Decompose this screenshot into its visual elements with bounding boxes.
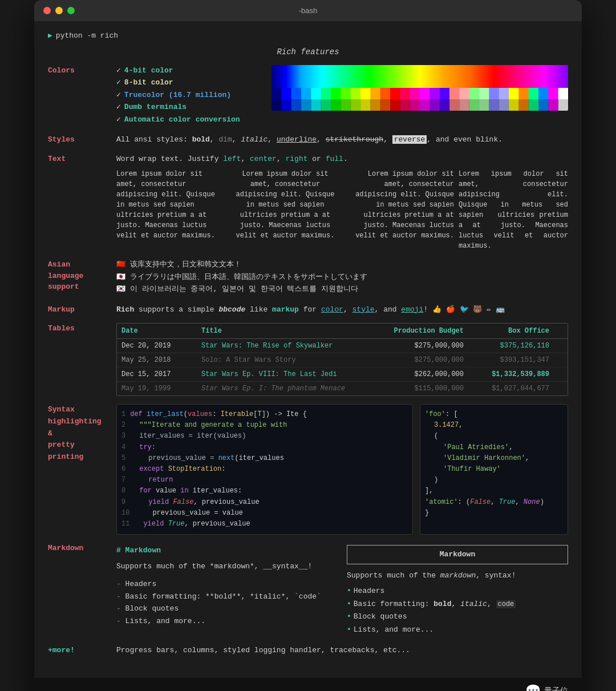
col-budget: Production Budget: [361, 326, 464, 336]
date-2: May 25, 2018: [121, 355, 201, 365]
close-button[interactable]: [43, 7, 51, 14]
full-keyword: full: [326, 155, 343, 163]
text-label: Text: [48, 153, 116, 252]
prompt-command: python -m rich: [56, 30, 118, 42]
more-section: +more! Progress bars, columns, styled lo…: [48, 645, 568, 656]
tables-content: Date Title Production Budget Box Office …: [116, 323, 568, 396]
markup-bbcode: bbcode: [218, 305, 245, 314]
table-row: Dec 20, 2019 Star Wars: The Rise of Skyw…: [117, 339, 568, 353]
json-line-1: 'foo': [: [425, 409, 563, 420]
strikethrough-demo: strikethrough: [326, 135, 383, 144]
code-line-5: 5previous_value = next(iter_values: [121, 453, 408, 464]
markup-content: Rich supports a simple bbcode like marku…: [116, 304, 568, 316]
color-item-4bit: ✓ 4-bit color: [116, 65, 262, 76]
markdown-right: Markdown Supports much of the markdown, …: [347, 545, 568, 637]
json-line-9: 'atomic': (False, True, None): [425, 497, 563, 508]
asian-line-3: 🇰🇷 이 라이브러리는 중국어, 일본어 및 한국어 텍스트를 지원합니다: [116, 284, 568, 295]
italic-demo: italic: [241, 135, 268, 144]
prompt-arrow: ▶: [48, 30, 52, 42]
dim-demo: dim: [218, 135, 232, 144]
code-line-3: 3iter_values = iter(values): [121, 431, 408, 442]
budget-4: $115,000,000: [361, 383, 464, 394]
col-title: Title: [201, 326, 361, 336]
terminal-window: -bash ▶ python -m rich Rich features Col…: [34, 0, 582, 691]
left-keyword: left: [223, 155, 241, 163]
maximize-button[interactable]: [67, 7, 75, 14]
markdown-content: # Markdown Supports much of the *markdow…: [116, 543, 568, 637]
markdown-label: Markdown: [48, 543, 116, 637]
title-1: Star Wars: The Rise of Skywalker: [201, 341, 361, 351]
md-list: - Headers - Basic formatting: **bold**, …: [116, 579, 338, 627]
md-item-1: - Headers: [116, 579, 338, 590]
json-line-3: (: [425, 431, 563, 442]
reverse-demo: reverse: [392, 135, 427, 144]
md-supports: Supports much of the *markdown*, __synta…: [116, 561, 338, 572]
code-line-8: 8for value in iter_values:: [121, 486, 408, 496]
json-line-5: 'Vladimir Harkonnen',: [425, 453, 563, 464]
table-row: May 25, 2018 Solo: A Star Wars Story $27…: [117, 353, 568, 367]
styles-text: All ansi styles: bold, dim, italic, unde…: [116, 135, 502, 144]
tables-label: Tables: [48, 323, 116, 396]
date-3: Dec 15, 2017: [121, 369, 201, 379]
asian-section: Asian language support 🇨🇳 该库支持中文，日文和韩文文本…: [48, 259, 568, 296]
rich-title: Rich features: [48, 46, 568, 58]
styles-content: All ansi styles: bold, dim, italic, unde…: [116, 134, 568, 146]
json-line-4: 'Paul Atriedies',: [425, 442, 563, 453]
md-rendered-title: Markdown: [347, 545, 568, 564]
box-2: $393,151,347: [464, 355, 549, 365]
color-item-truecolor: ✓ Truecolor (16.7 million): [116, 90, 262, 101]
color-item-8bit: ✓ 8-bit color: [116, 77, 262, 88]
window-title: -bash: [299, 6, 318, 15]
asian-line-1: 🇨🇳 该库支持中文，日文和韩文文本！: [116, 259, 568, 270]
code-block: 1def iter_last(values: Iterable[T]) -> I…: [116, 404, 413, 535]
color-8bit-label: 8-bit color: [124, 77, 173, 88]
code-line-1: 1def iter_last(values: Iterable[T]) -> I…: [121, 409, 408, 420]
colors-content: ✓ 4-bit color ✓ 8-bit color ✓ Truecolor …: [116, 65, 568, 127]
md-rendered-supports: Supports much of the markdown, syntax!: [347, 570, 568, 581]
code-section: 1def iter_last(values: Iterable[T]) -> I…: [116, 404, 568, 535]
wechat-icon: 💬: [525, 684, 541, 691]
minimize-button[interactable]: [55, 7, 63, 14]
wechat-name: 量子位: [544, 686, 568, 691]
budget-2: $275,000,000: [361, 355, 464, 365]
markdown-section: Markdown # Markdown Supports much of the…: [48, 543, 568, 637]
more-label: +more!: [48, 645, 116, 656]
text-content: Word wrap text. Justify left, center, ri…: [116, 153, 568, 252]
colors-list: ✓ 4-bit color ✓ 8-bit color ✓ Truecolor …: [116, 65, 262, 127]
md-item-4: - Lists, and more...: [116, 616, 338, 627]
md-rendered-list: •Headers •Basic formatting: bold, italic…: [347, 585, 568, 635]
col-boxoffice: Box Office: [464, 326, 549, 336]
markdown-left: # Markdown Supports much of the *markdow…: [116, 545, 338, 637]
code-line-10: 10previous_value = value: [121, 508, 408, 519]
asian-label: Asian language support: [48, 259, 116, 296]
box-4: $1,027,044,677: [464, 383, 549, 394]
md-heading: # Markdown: [116, 545, 338, 556]
col-date: Date: [121, 326, 201, 336]
date-4: May 19, 1999: [121, 383, 201, 394]
markup-section: Markup Rich supports a simple bbcode lik…: [48, 304, 568, 316]
syntax-label: Syntax highlighting & pretty printing: [48, 404, 116, 535]
title-3: Star Wars Ep. VIII: The Last Jedi: [201, 369, 361, 379]
color-gradient-canvas: [271, 65, 568, 111]
bold-demo: bold: [192, 135, 210, 144]
code-line-4: 4try:: [121, 442, 408, 453]
asian-content: 🇨🇳 该库支持中文，日文和韩文文本！ 🇯🇵 ライブラリは中国語、日本語、韓国語の…: [116, 259, 568, 296]
color-swatch: [271, 65, 568, 111]
md-rendered-item-2: •Basic formatting: bold, italic, code: [347, 599, 568, 610]
text-col-justify: Lorem ipsum dolor sit amet, consectetur …: [459, 169, 568, 251]
code-line-9: 9yield False, previous_value: [121, 497, 408, 508]
color-item-dumb: ✓ Dumb terminals: [116, 102, 262, 113]
color-dumb-label: Dumb terminals: [124, 102, 187, 113]
data-table: Date Title Production Budget Box Office …: [116, 323, 568, 396]
underline-demo: underline: [277, 135, 317, 144]
budget-3: $262,000,000: [361, 369, 464, 379]
markup-rich: Rich: [116, 305, 134, 314]
json-line-6: 'Thufir Haway': [425, 464, 563, 475]
styles-section: Styles All ansi styles: bold, dim, itali…: [48, 134, 568, 146]
prompt-line: ▶ python -m rich: [48, 30, 568, 42]
md-item-3: - Block quotes: [116, 603, 338, 615]
md-item-2: - Basic formatting: **bold**, *italic*, …: [116, 591, 338, 603]
markup-label: Markup: [48, 304, 116, 316]
color-auto-label: Automatic color conversion: [124, 114, 240, 126]
wechat-bar: 💬 量子位: [34, 678, 582, 691]
